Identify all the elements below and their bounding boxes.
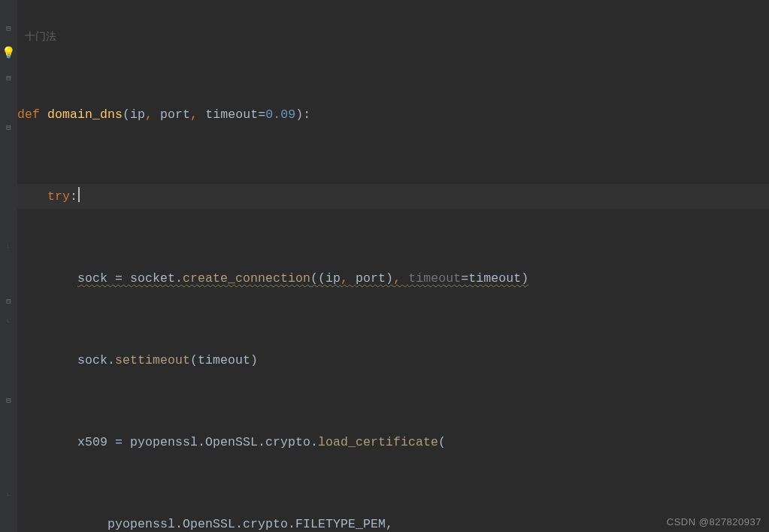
colon: : <box>70 189 77 204</box>
equals: = <box>258 107 265 122</box>
fold-icon[interactable] <box>0 388 17 413</box>
code-line[interactable]: sock.settimeout(timeout) <box>17 348 769 373</box>
fold-icon[interactable] <box>0 116 17 141</box>
paren-open: ( <box>123 107 130 122</box>
keyword-def: def <box>17 107 47 122</box>
code-area[interactable]: 十门法 def domain_dns(ip, port, timeout=0.0… <box>17 0 769 532</box>
param-ip: ip <box>130 107 145 122</box>
number-literal: 0.09 <box>265 107 295 122</box>
watermark: CSDN @827820937 <box>667 516 761 527</box>
fold-end-icon[interactable] <box>0 314 17 339</box>
code-line[interactable]: def domain_dns(ip, port, timeout=0.09): <box>17 102 769 127</box>
param-timeout: timeout <box>205 107 258 122</box>
code-line-current[interactable]: try: <box>17 184 769 209</box>
breadcrumb: 十门法 <box>17 29 769 45</box>
fold-icon[interactable] <box>0 66 17 91</box>
text-caret <box>78 187 80 202</box>
fold-icon[interactable] <box>0 289 17 314</box>
fold-end-icon[interactable] <box>0 240 17 264</box>
code-line[interactable]: sock = socket.create_connection((ip, por… <box>17 266 769 291</box>
fold-end-icon[interactable] <box>0 488 17 512</box>
code-line[interactable]: x509 = pyopenssl.OpenSSL.crypto.load_cer… <box>17 430 769 455</box>
param-port: port <box>160 107 190 122</box>
intention-bulb-icon[interactable]: 💡 <box>0 41 17 66</box>
paren-close: ): <box>295 107 310 122</box>
function-name: domain_dns <box>47 107 123 122</box>
editor-gutter[interactable]: 💡 <box>0 0 17 532</box>
code-editor[interactable]: 💡 十门法 def domain_dns(ip, port, timeout=0… <box>0 0 769 532</box>
fold-icon[interactable] <box>0 17 17 41</box>
code-line[interactable]: pyopenssl.OpenSSL.crypto.FILETYPE_PEM, <box>17 512 769 532</box>
comma: , <box>190 107 205 122</box>
comma: , <box>145 107 160 122</box>
keyword-try: try <box>47 189 70 204</box>
warn-span: sock = socket.create_connection((ip, por… <box>77 271 528 286</box>
